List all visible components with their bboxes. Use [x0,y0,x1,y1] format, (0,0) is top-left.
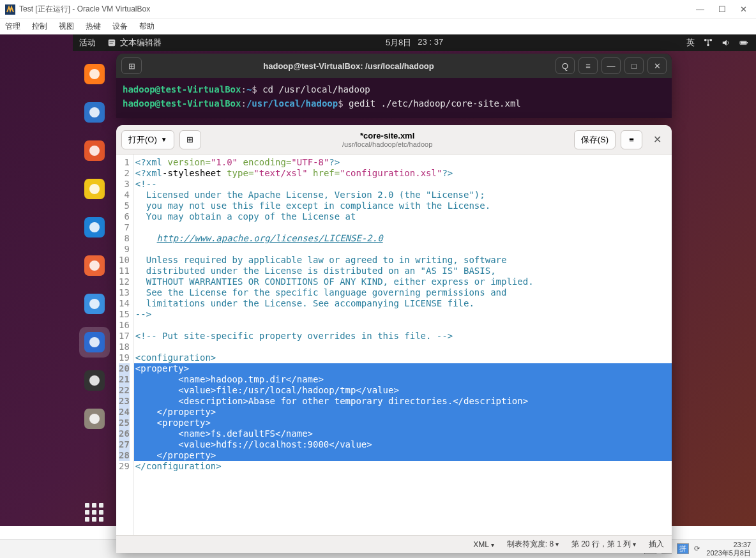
text-editor-small-icon [107,38,116,47]
libreoffice-writer-icon[interactable] [79,212,110,243]
svg-point-21 [89,260,100,271]
vbox-menubar: 管理 控制 视图 热键 设备 帮助 [0,19,756,34]
vbox-close-button[interactable]: ✕ [740,4,747,14]
ubuntu-dock [75,54,114,521]
svg-point-11 [89,69,100,79]
menu-devices[interactable]: 设备 [112,21,128,32]
terminal-search-button[interactable]: Q [556,57,575,74]
files-icon[interactable] [79,135,110,166]
gedit-save-button[interactable]: 保存(S) [574,130,616,149]
terminal-body[interactable]: hadoop@test-VirtualBox:~$ cd /usr/local/… [116,78,672,118]
ubuntu-topbar: 活动 文本编辑器 5月8日 23 : 37 英 [73,34,756,51]
svg-point-29 [89,414,100,424]
tray-sync-icon[interactable]: ⟳ [694,545,700,553]
help-icon[interactable] [79,289,110,319]
line-number-gutter: 1234567891011121314151617181920212223242… [116,155,134,535]
menu-view[interactable]: 视图 [59,21,74,32]
thunderbird-icon[interactable] [79,97,110,128]
status-cursor[interactable]: 第 20 行，第 1 列 [571,539,636,550]
terminal-window: ⊞ hadoop@test-VirtualBox: /usr/local/had… [116,54,672,118]
vbox-title: Test [正在运行] - Oracle VM VirtualBox [19,4,696,15]
status-tabwidth[interactable]: 制表符宽度: 8 [507,539,559,550]
clock-area[interactable]: 5月8日 23 : 37 [386,37,443,49]
host-clock[interactable]: 23:37 2023年5月8日 [706,541,751,556]
terminal-minimize-button[interactable]: — [601,57,621,74]
menu-hotkeys[interactable]: 热键 [86,21,101,32]
firefox-icon[interactable] [79,59,110,89]
menu-control[interactable]: 控制 [32,21,47,32]
trash-icon[interactable] [79,403,110,434]
gedit-title-area: *core-site.xml /usr/local/hadoop/etc/had… [206,131,569,148]
volume-icon[interactable] [722,38,730,47]
terminal-close-button[interactable]: ✕ [647,57,667,74]
gedit-editor[interactable]: 1234567891011121314151617181920212223242… [116,155,672,535]
terminal-icon[interactable] [79,365,110,396]
svg-point-17 [89,184,100,194]
vbox-titlebar: Test [正在运行] - Oracle VM VirtualBox — ☐ ✕ [0,0,756,19]
code-area[interactable]: <?xml version="1.0" encoding="UTF-8"?><?… [134,155,672,535]
svg-point-27 [89,375,100,386]
tray-ime-engine[interactable]: 拼 [677,543,689,554]
terminal-title: hadoop@test-VirtualBox: /usr/local/hadoo… [146,61,552,71]
ime-indicator[interactable]: 英 [686,37,695,49]
status-language[interactable]: XML [473,540,494,549]
network-icon[interactable] [704,38,713,47]
activities-button[interactable]: 活动 [73,37,102,49]
menu-help[interactable]: 帮助 [139,21,155,32]
svg-rect-8 [741,41,746,44]
software-icon[interactable] [79,250,110,281]
terminal-menu-button[interactable]: ≡ [578,57,598,74]
gedit-window: 打开(O)▼ ⊞ *core-site.xml /usr/local/hadoo… [116,125,672,553]
svg-point-25 [89,337,100,347]
status-insert-mode: 插入 [649,539,664,550]
text-editor-icon[interactable] [79,327,110,358]
svg-rect-3 [110,43,113,43]
terminal-new-tab-button[interactable]: ⊞ [121,57,142,74]
gedit-close-button[interactable]: ✕ [647,133,667,146]
focused-app-indicator[interactable]: 文本编辑器 [102,37,167,49]
gedit-hamburger-button[interactable]: ≡ [621,130,642,149]
svg-point-13 [89,107,100,117]
svg-point-23 [89,299,100,309]
svg-point-15 [89,146,100,156]
gedit-new-tab-button[interactable]: ⊞ [179,130,201,149]
virtualbox-icon [5,4,15,15]
terminal-maximize-button[interactable]: □ [624,57,644,74]
svg-rect-2 [110,41,114,41]
battery-icon[interactable] [739,38,748,47]
rhythmbox-icon[interactable] [79,174,110,204]
gedit-statusbar: XML 制表符宽度: 8 第 20 行，第 1 列 插入 [116,535,672,553]
vbox-minimize-button[interactable]: — [696,4,704,14]
menu-manage[interactable]: 管理 [5,21,20,32]
svg-rect-9 [746,42,748,43]
svg-point-19 [89,222,100,232]
gedit-open-button[interactable]: 打开(O)▼ [121,130,174,149]
vbox-maximize-button[interactable]: ☐ [718,4,726,14]
